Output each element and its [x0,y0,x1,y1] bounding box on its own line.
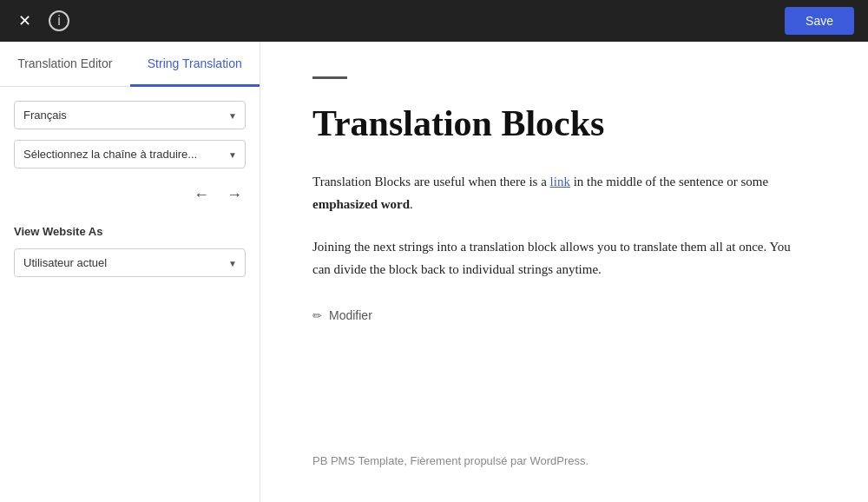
forward-arrow-button[interactable]: → [223,182,246,208]
save-button[interactable]: Save [785,7,854,35]
modifier-row[interactable]: ✏ Modifier [312,308,799,322]
tabs: Translation Editor String Translation [0,42,260,87]
paragraph-1-start: Translation Blocks are useful when there… [312,175,550,188]
main-layout: Translation Editor String Translation Fr… [0,42,868,502]
content-divider [312,76,347,79]
sidebar-content: Français English Español Deutsch Sélecti… [0,87,260,291]
paragraph-1-link[interactable]: link [550,175,570,188]
language-select-wrapper[interactable]: Français English Español Deutsch [14,101,246,129]
close-button[interactable]: ✕ [14,10,35,31]
edit-icon: ✏ [312,309,322,322]
back-arrow-button[interactable]: ← [190,182,213,208]
string-select[interactable]: Sélectionnez la chaîne à traduire... [14,140,246,168]
paragraph-1-bold: emphasized word [312,197,410,211]
paragraph-1: Translation Blocks are useful when there… [312,171,799,215]
sidebar: Translation Editor String Translation Fr… [0,42,260,502]
language-select[interactable]: Français English Español Deutsch [14,101,246,129]
footer-text: PB PMS Template, Fièrement propulsé par … [312,402,799,467]
paragraph-2: Joining the next strings into a translat… [312,236,799,281]
string-select-wrapper[interactable]: Sélectionnez la chaîne à traduire... [14,140,246,168]
content-area: Translation Blocks Translation Blocks ar… [260,42,868,502]
tab-translation-editor[interactable]: Translation Editor [0,43,130,87]
top-bar: ✕ i Save [0,0,868,42]
paragraph-1-final: . [410,197,413,211]
info-button[interactable]: i [49,10,69,31]
tab-string-translation[interactable]: String Translation [130,43,260,87]
user-select-wrapper[interactable]: Utilisateur actuel Administrateur [14,248,246,277]
paragraph-1-end: in the middle of the sentence or some [570,175,768,188]
modifier-label[interactable]: Modifier [329,308,372,322]
view-as-label: View Website As [14,225,246,238]
arrow-row: ← → [14,179,246,211]
user-select[interactable]: Utilisateur actuel Administrateur [14,248,246,277]
page-title: Translation Blocks [312,103,799,143]
